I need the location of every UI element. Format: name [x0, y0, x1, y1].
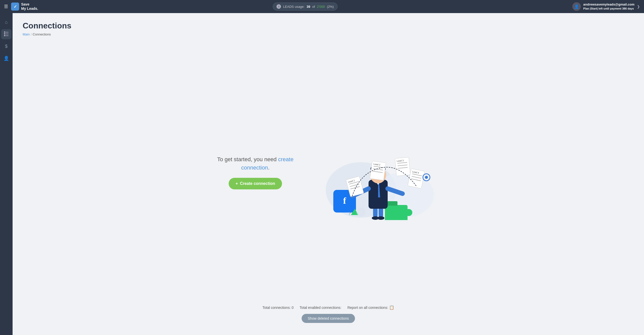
total-connections-label: Total connections:: [262, 306, 291, 310]
billing-icon: $: [5, 44, 8, 49]
svg-rect-3: [6, 32, 9, 32]
hero-text: To get started, you need create connecti…: [215, 155, 296, 172]
user-email: andrewsavemyleads@gmail.com: [583, 3, 634, 7]
topbar: ☰ ✓ Save My Leads. i LEADS usage: 39 of …: [0, 0, 644, 13]
svg-text:f: f: [343, 196, 346, 206]
report-icon[interactable]: 📋: [389, 305, 394, 310]
user-plan: Plan |Start| left until payment 386 days: [583, 7, 634, 10]
svg-rect-12: [373, 207, 378, 218]
total-enabled-stat: Total enabled connections:: [300, 306, 341, 310]
show-deleted-section: Show deleted connections: [23, 314, 634, 323]
logo-icon: ✓: [11, 3, 19, 11]
leads-used: 39: [307, 5, 310, 9]
report-stat: Report on all connections: 📋: [347, 305, 394, 310]
hero-section: To get started, you need create connecti…: [23, 44, 634, 300]
plus-icon: +: [236, 181, 238, 186]
illustration: f: [311, 124, 441, 220]
logo-text: Save My Leads.: [21, 2, 38, 11]
topbar-right: 👤 andrewsavemyleads@gmail.com Plan |Star…: [572, 2, 640, 11]
account-icon: 👤: [4, 56, 9, 61]
home-icon: ⌂: [5, 20, 8, 25]
breadcrumb: Main / Connections: [23, 32, 634, 36]
svg-rect-4: [6, 34, 9, 34]
total-connections-value: 0: [292, 306, 294, 310]
svg-rect-10: [385, 205, 408, 220]
user-info: andrewsavemyleads@gmail.com Plan |Start|…: [583, 3, 634, 10]
show-deleted-button[interactable]: Show deleted connections: [302, 314, 355, 323]
hero-left: To get started, you need create connecti…: [215, 155, 296, 189]
breadcrumb-home-link[interactable]: Main: [23, 32, 30, 36]
svg-point-49: [356, 207, 366, 217]
info-icon: i: [276, 4, 281, 9]
user-avatar: 👤: [572, 2, 581, 11]
leads-usage-badge: i LEADS usage: 39 of 2'000 (2%): [273, 3, 337, 11]
sidebar-item-home[interactable]: ⌂: [1, 17, 11, 27]
svg-point-45: [425, 176, 428, 179]
leads-percent: (2%): [327, 5, 334, 9]
sidebar-item-billing[interactable]: $: [1, 41, 11, 51]
connections-icon: [4, 31, 9, 37]
logo: ✓ Save My Leads.: [11, 2, 38, 11]
content-area: Connections Main / Connections To get st…: [13, 13, 644, 335]
logo-checkmark: ✓: [14, 4, 17, 9]
sidebar-item-connections[interactable]: [1, 29, 11, 39]
leads-separator: of: [312, 5, 315, 9]
create-connection-button[interactable]: + Create connection: [229, 178, 282, 189]
topbar-left: ☰ ✓ Save My Leads.: [4, 2, 38, 11]
svg-text:?: ?: [348, 210, 351, 216]
sidebar-item-account[interactable]: 👤: [1, 53, 11, 63]
chevron-down-icon[interactable]: ❯: [637, 5, 640, 9]
report-label: Report on all connections:: [347, 306, 388, 310]
total-enabled-label: Total enabled connections:: [300, 306, 341, 310]
svg-rect-2: [4, 35, 5, 36]
breadcrumb-separator: /: [31, 32, 32, 36]
breadcrumb-current: Connections: [33, 32, 51, 36]
leads-label: LEADS usage:: [283, 5, 304, 9]
create-button-label: Create connection: [240, 181, 275, 186]
svg-point-46: [405, 209, 412, 216]
menu-icon[interactable]: ☰: [4, 4, 8, 9]
main-layout: ⌂ $ 👤 Connections Main: [0, 13, 644, 335]
topbar-center: i LEADS usage: 39 of 2'000 (2%): [273, 3, 337, 11]
page-title: Connections: [23, 21, 634, 30]
total-connections-stat: Total connections: 0: [262, 306, 294, 310]
svg-point-15: [377, 216, 384, 220]
sidebar: ⌂ $ 👤: [0, 13, 13, 335]
stats-bar: Total connections: 0 Total enabled conne…: [23, 300, 634, 312]
svg-rect-5: [6, 35, 9, 36]
leads-total: 2'000: [317, 5, 325, 9]
svg-rect-0: [4, 31, 5, 33]
svg-rect-13: [379, 207, 383, 218]
hero-text-before: To get started, you need: [217, 156, 276, 162]
svg-rect-1: [4, 33, 5, 34]
